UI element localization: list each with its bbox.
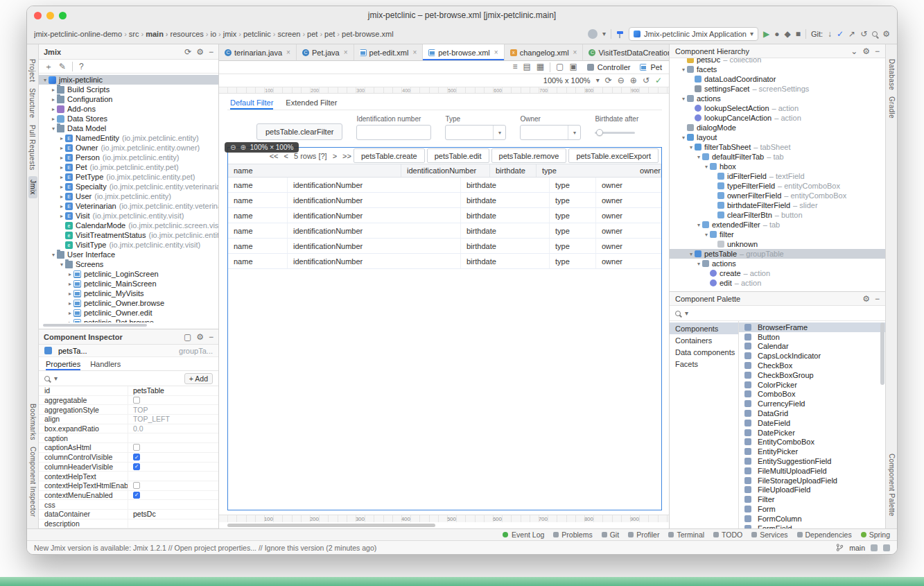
slider[interactable] — [595, 125, 635, 140]
palette-item[interactable]: FileMultiUploadField — [739, 466, 885, 476]
user-avatar[interactable] — [588, 29, 598, 39]
chevron-icon[interactable]: ▸ — [58, 203, 65, 209]
search-icon[interactable] — [872, 31, 878, 37]
palette-item[interactable]: EntitySuggestionField — [739, 456, 885, 466]
palette-item[interactable]: EntityComboBox — [739, 438, 885, 447]
debug-icon[interactable]: ● — [774, 30, 779, 38]
tool-window-tab[interactable]: Database — [888, 59, 896, 90]
palette-item[interactable]: Form — [739, 504, 885, 514]
breadcrumb-item[interactable]: pet — [307, 30, 322, 38]
table-action-button[interactable]: petsTable.excelExport — [568, 148, 659, 163]
notification-message[interactable]: New Jmix version is available: Jmix 1.2.… — [34, 544, 376, 552]
tree-item[interactable]: ▸ Person (io.jmix.petclinic.entity) — [39, 153, 218, 162]
breadcrumb-item[interactable]: jmix — [223, 30, 241, 38]
palette-item[interactable]: Calendar — [739, 342, 885, 352]
tree-item[interactable]: ▸ Owner (io.jmix.petclinic.entity.owner) — [39, 143, 218, 153]
hide-panel-icon[interactable]: − — [209, 333, 213, 341]
refresh-icon[interactable]: ⟳ — [184, 48, 191, 56]
chevron-icon[interactable]: ▾ — [688, 251, 695, 257]
hierarchy-item[interactable]: ▾ filter — [670, 230, 885, 239]
tool-window-tab[interactable]: Gradle — [888, 96, 896, 119]
editor-tab[interactable]: changelog.xml — [505, 44, 584, 60]
hierarchy-item[interactable]: create – action — [670, 268, 885, 278]
tree-item[interactable]: ▸ Add-ons — [39, 104, 218, 114]
editor-tab[interactable]: VisitTestDataCreationService.java — [583, 44, 669, 60]
layout-icon[interactable]: ▣ — [569, 62, 577, 72]
hierarchy-item[interactable]: ▾ actions — [670, 94, 885, 103]
paginator-control[interactable]: << — [270, 152, 279, 160]
chevron-icon[interactable]: ▾ — [680, 135, 687, 141]
tool-window-tab[interactable]: Project — [28, 59, 36, 82]
hierarchy-item[interactable]: lookupCancelAction – action — [670, 113, 885, 123]
paginator-control[interactable]: < — [284, 152, 288, 160]
paginator-control[interactable]: >> — [342, 152, 351, 160]
tree-item[interactable]: ▸ NamedEntity (io.jmix.petclinic.entity) — [39, 133, 218, 143]
filter-tab[interactable]: Default Filter — [230, 98, 273, 110]
hierarchy-item[interactable]: ▾ extendedFilter – tab — [670, 220, 885, 230]
palette-item[interactable]: CurrencyField — [739, 399, 885, 408]
chevron-down-icon[interactable]: ▾ — [568, 126, 580, 139]
checkbox[interactable] — [133, 482, 140, 489]
table-row[interactable]: name identificationNumber birthdate type… — [228, 178, 661, 193]
palette-item[interactable]: ColorPicker — [739, 380, 885, 390]
paginator-control[interactable]: 5 rows [?] — [294, 152, 327, 160]
clear-filter-button[interactable]: petsTable.clearFilter — [256, 123, 342, 140]
preview-icon[interactable]: ▢ — [556, 62, 564, 72]
palette-item[interactable]: EntityPicker — [739, 447, 885, 456]
chevron-icon[interactable]: ▸ — [58, 135, 65, 141]
hierarchy-item[interactable]: ▾ hbox — [670, 162, 885, 171]
palette-category[interactable]: Data components — [670, 346, 738, 358]
edit-icon[interactable]: ✎ — [59, 62, 66, 71]
hierarchy-item[interactable]: ▾ petsTable – groupTable — [670, 249, 885, 259]
hierarchy-item[interactable]: unknown — [670, 239, 885, 249]
property-row[interactable]: columnHeaderVisible — [39, 463, 218, 472]
help-icon[interactable]: ? — [79, 62, 84, 71]
table-row[interactable]: name identificationNumber birthdate type… — [228, 239, 661, 254]
status-bar-tool[interactable]: Dependencies — [797, 531, 852, 539]
status-bar-tool[interactable]: Services — [751, 531, 787, 539]
property-row[interactable]: aggregatable — [39, 396, 218, 406]
chevron-icon[interactable]: ▾ — [695, 154, 702, 160]
table-action-button[interactable]: petsTable.create — [354, 148, 425, 163]
chevron-icon[interactable]: ▸ — [50, 96, 57, 103]
hierarchy-item[interactable]: ▾ layout — [670, 132, 885, 142]
text-field[interactable] — [356, 125, 431, 140]
hierarchy-item[interactable]: idFilterField – textField — [670, 171, 885, 181]
chevron-icon[interactable]: ▸ — [58, 184, 65, 190]
editor-tab[interactable]: Pet.java — [297, 44, 354, 60]
chevron-icon[interactable]: ▸ — [67, 291, 73, 297]
status-bar-tool[interactable]: TODO — [713, 531, 742, 539]
build-hammer-icon[interactable] — [616, 31, 624, 38]
chevron-icon[interactable]: ▾ — [42, 77, 49, 83]
hierarchy-item[interactable]: ▾ actions — [670, 259, 885, 268]
tree-item[interactable]: ▾ Data Model — [39, 123, 218, 133]
palette-category[interactable]: Facets — [670, 358, 738, 370]
chevron-down-icon[interactable]: ▾ — [493, 126, 505, 139]
property-row[interactable]: captionAsHtml — [39, 443, 218, 453]
tree-item[interactable]: VisitType (io.jmix.petclinic.entity.visi… — [39, 240, 218, 250]
hierarchy-item[interactable]: ▾ facets — [670, 64, 885, 74]
git-branch-name[interactable]: main — [849, 544, 865, 552]
hide-panel-icon[interactable]: − — [875, 47, 880, 55]
editor-tab[interactable]: pet-browse.xml — [423, 44, 504, 60]
hierarchy-item[interactable]: petsDc – collection — [670, 58, 885, 64]
horizontal-scrollbar[interactable] — [43, 324, 147, 327]
tree-item[interactable]: ▸ Pet (io.jmix.petclinic.entity.pet) — [39, 162, 218, 172]
combo-box[interactable]: ▾ — [520, 125, 581, 140]
hierarchy-item[interactable]: typeFilterField – entityComboBox — [670, 181, 885, 191]
add-icon[interactable]: ＋ — [44, 62, 53, 71]
chevron-icon[interactable]: ▸ — [67, 271, 73, 277]
chevron-icon[interactable]: ▸ — [58, 174, 65, 180]
tool-window-tab[interactable]: Component Inspector — [29, 447, 37, 517]
filter-tab[interactable]: Extended Filter — [286, 98, 337, 110]
property-row[interactable]: contextHelpText — [39, 472, 218, 481]
chevron-icon[interactable]: ▸ — [58, 164, 65, 171]
breadcrumb-item[interactable]: main — [146, 30, 168, 38]
property-row[interactable]: css — [39, 500, 218, 510]
git-commit-icon[interactable]: ✓ — [837, 30, 844, 38]
event-log-button[interactable]: Event Log — [503, 531, 544, 539]
table-row[interactable]: name identificationNumber birthdate type… — [228, 208, 661, 223]
chevron-icon[interactable]: ▾ — [50, 252, 57, 258]
status-bar-tool[interactable]: Profiler — [628, 531, 659, 539]
chevron-icon[interactable]: ▸ — [50, 106, 57, 112]
